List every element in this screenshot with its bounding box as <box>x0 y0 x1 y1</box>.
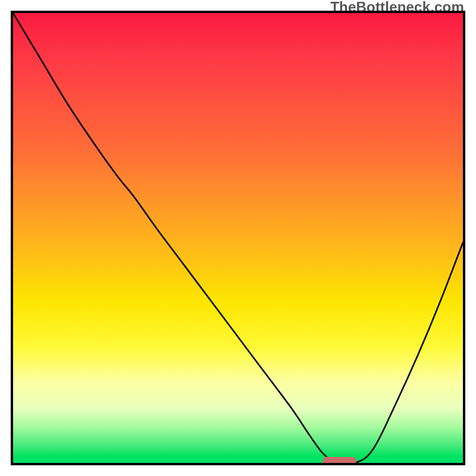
bottleneck-curve <box>13 13 463 463</box>
plot-area <box>11 11 465 465</box>
optimal-marker <box>322 457 356 465</box>
chart-frame: TheBottleneck.com <box>0 0 476 476</box>
